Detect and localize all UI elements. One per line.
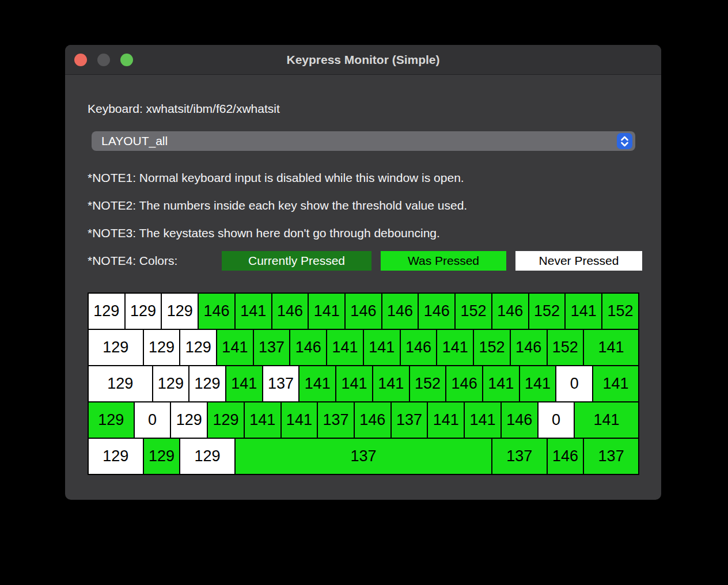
key-r1c7: 141 [309, 294, 346, 330]
note1-text: *NOTE1: Normal keyboard input is disable… [88, 170, 464, 185]
key-r2c13: 152 [548, 330, 585, 366]
key-r4c13: 0 [539, 402, 575, 439]
key-r2c10: 141 [437, 330, 474, 366]
key-r2c4: 141 [217, 330, 254, 366]
minimize-button[interactable] [97, 54, 110, 66]
key-r4c14: 141 [575, 402, 639, 439]
keyboard-row-1: 1291291291461411461411461461461521461521… [89, 294, 639, 330]
key-r5c2: 129 [144, 439, 181, 475]
key-r2c3: 129 [180, 330, 217, 366]
key-r4c3: 129 [171, 402, 208, 439]
key-r5c6: 146 [548, 439, 585, 475]
legend-currently-pressed: Currently Pressed [222, 251, 371, 271]
key-r1c2: 129 [126, 294, 162, 330]
keyboard-grid: 1291291291461411461411461461461521461521… [88, 292, 639, 475]
key-r5c5: 137 [492, 439, 548, 475]
key-r1c4: 146 [199, 294, 236, 330]
key-r4c2: 0 [135, 402, 172, 439]
keyboard-row-4: 12901291291411411371461371411411460141 [89, 402, 639, 439]
key-r2c12: 146 [511, 330, 548, 366]
key-r1c12: 146 [492, 294, 529, 330]
note3-text: *NOTE3: The keystates shown here don't g… [88, 226, 440, 241]
traffic-lights [74, 54, 133, 66]
key-r3c4: 141 [226, 366, 263, 402]
key-r3c10: 146 [446, 366, 483, 402]
note4-text: *NOTE4: Colors: [88, 253, 177, 268]
key-r2c11: 152 [474, 330, 511, 366]
window-titlebar: Keypress Monitor (Simple) [65, 45, 661, 75]
key-r5c1: 129 [89, 439, 144, 475]
key-r4c12: 146 [502, 402, 539, 439]
note2-text: *NOTE2: The numbers inside each key show… [88, 198, 467, 213]
key-r4c11: 141 [465, 402, 502, 439]
keyboard-row-5: 129129129137137146137 [89, 439, 639, 475]
key-r1c14: 141 [566, 294, 602, 330]
key-r2c8: 141 [364, 330, 401, 366]
legend-was-pressed: Was Pressed [381, 251, 506, 271]
key-r1c11: 152 [456, 294, 492, 330]
key-r1c10: 146 [419, 294, 456, 330]
key-r4c7: 137 [318, 402, 355, 439]
key-r3c9: 152 [410, 366, 447, 402]
key-r4c1: 129 [89, 402, 135, 439]
window-title: Keypress Monitor (Simple) [65, 45, 661, 75]
select-stepper-icon[interactable] [617, 133, 632, 149]
key-r1c3: 129 [162, 294, 199, 330]
key-r2c14: 141 [584, 330, 639, 366]
key-r1c1: 129 [89, 294, 126, 330]
key-r2c1: 129 [89, 330, 144, 366]
layout-select-value: LAYOUT_all [101, 131, 168, 151]
key-r3c5: 137 [263, 366, 300, 402]
key-r2c7: 141 [327, 330, 364, 366]
legend-never-pressed: Never Pressed [515, 251, 642, 271]
key-r1c8: 146 [346, 294, 382, 330]
key-r3c11: 141 [483, 366, 520, 402]
key-r1c15: 152 [602, 294, 639, 330]
key-r4c5: 141 [245, 402, 282, 439]
keyboard-row-2: 1291291291411371461411411461411521461521… [89, 330, 639, 366]
key-r2c6: 146 [290, 330, 327, 366]
key-r3c14: 141 [593, 366, 639, 402]
key-r4c10: 141 [428, 402, 465, 439]
key-r3c7: 141 [336, 366, 373, 402]
key-r1c13: 152 [529, 294, 566, 330]
keyboard-row-3: 1291291291411371411411411521461411410141 [89, 366, 639, 402]
keypress-monitor-window: Keypress Monitor (Simple) Keyboard: xwha… [65, 45, 661, 500]
key-r4c9: 137 [392, 402, 429, 439]
key-r3c2: 129 [153, 366, 190, 402]
key-r3c12: 141 [520, 366, 557, 402]
close-button[interactable] [74, 54, 87, 66]
key-r3c8: 141 [373, 366, 410, 402]
key-r5c3: 129 [180, 439, 236, 475]
zoom-button[interactable] [120, 54, 133, 66]
key-r1c9: 146 [382, 294, 419, 330]
key-r5c7: 137 [584, 439, 639, 475]
keyboard-name-label: Keyboard: xwhatsit/ibm/f62/xwhatsit [88, 101, 280, 116]
key-r4c6: 141 [282, 402, 318, 439]
key-r4c8: 146 [355, 402, 392, 439]
key-r4c4: 129 [208, 402, 245, 439]
key-r5c4: 137 [236, 439, 492, 475]
key-r3c1: 129 [89, 366, 153, 402]
key-r1c5: 141 [236, 294, 272, 330]
key-r2c5: 137 [254, 330, 291, 366]
key-r2c9: 146 [401, 330, 438, 366]
key-r3c6: 141 [299, 366, 336, 402]
layout-select[interactable]: LAYOUT_all [92, 131, 635, 151]
key-r1c6: 146 [272, 294, 309, 330]
key-r2c2: 129 [144, 330, 181, 366]
key-r3c13: 0 [556, 366, 593, 402]
key-r3c3: 129 [189, 366, 226, 402]
